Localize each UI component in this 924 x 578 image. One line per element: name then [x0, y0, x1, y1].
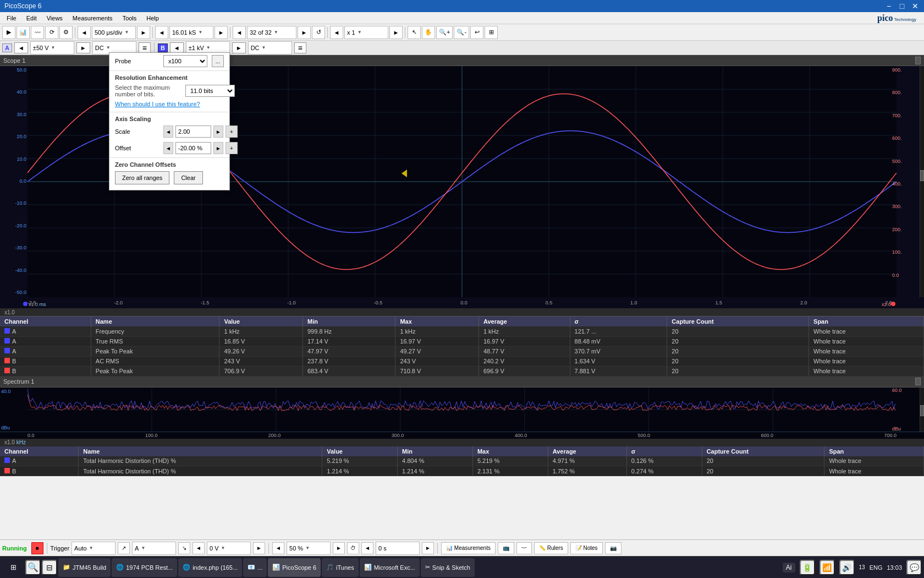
- volume-icon[interactable]: 🔊: [839, 560, 855, 575]
- offset-prev-btn[interactable]: ◄: [163, 142, 173, 154]
- timebase-prev-btn[interactable]: ◄: [78, 26, 91, 39]
- taskbar-excel[interactable]: 📊 Microsoft Exc...: [360, 558, 420, 577]
- task-view-btn[interactable]: ⊟: [42, 560, 57, 575]
- delay-btn[interactable]: ⏱: [347, 542, 359, 554]
- ch-a-options[interactable]: ≡: [139, 42, 151, 53]
- samples-selector[interactable]: 16.01 kS ▼: [169, 26, 213, 39]
- pretrigger-next-btn[interactable]: ►: [333, 542, 345, 554]
- trigger-mode[interactable]: Auto ▼: [72, 542, 116, 555]
- posttrigger[interactable]: 0 s: [376, 542, 420, 555]
- captures-reload-btn[interactable]: ↺: [312, 26, 325, 39]
- ch-b-options[interactable]: ≡: [294, 42, 306, 53]
- close-btn[interactable]: ✕: [911, 2, 920, 10]
- spectrum1-display[interactable]: 40.0 dBu 60.0 dBu: [0, 388, 924, 432]
- window-controls[interactable]: − □ ✕: [884, 2, 920, 10]
- clear-btn[interactable]: Clear: [174, 171, 202, 184]
- probe-select[interactable]: x100 x1 x10: [163, 55, 207, 67]
- menu-help[interactable]: Help: [142, 14, 163, 23]
- scope1-scroll-thumb[interactable]: [920, 170, 924, 181]
- menu-measurements[interactable]: Measurements: [68, 14, 117, 23]
- start-btn[interactable]: ⊞: [2, 558, 24, 577]
- spectrum-scroll-thumb[interactable]: [920, 405, 924, 416]
- trigger-falling-btn[interactable]: ↘: [178, 542, 190, 554]
- zero-all-btn[interactable]: Zero all ranges: [115, 171, 169, 184]
- scope1-scrollbar[interactable]: [920, 66, 924, 297]
- ch-b-coupling[interactable]: DC ▼: [248, 41, 292, 54]
- channel-on-btn[interactable]: 📺: [498, 542, 514, 554]
- zoom-next-btn[interactable]: ►: [389, 26, 403, 39]
- menu-views[interactable]: Views: [42, 14, 67, 23]
- resolution-help-link[interactable]: When should I use this feature?: [109, 100, 229, 111]
- captures-selector[interactable]: 32 of 32 ▼: [247, 26, 296, 39]
- ch-b-range-next[interactable]: ►: [232, 42, 246, 53]
- zoom-out-btn[interactable]: 🔍-: [454, 26, 469, 39]
- spectrum-btn[interactable]: 〰: [31, 26, 44, 39]
- ch-a-range-prev[interactable]: ◄: [14, 42, 28, 53]
- timebase-selector[interactable]: 500 μs/div ▼: [92, 26, 136, 39]
- scope-btn[interactable]: 📊: [16, 26, 30, 39]
- trigger-level[interactable]: 0 V ▼: [207, 542, 251, 555]
- captures-next-btn[interactable]: ►: [298, 26, 311, 39]
- offset-next-btn[interactable]: ►: [213, 142, 223, 154]
- zoom-in-btn[interactable]: 🔍+: [436, 26, 453, 39]
- scale-prev-btn[interactable]: ◄: [163, 126, 173, 138]
- settings-btn[interactable]: ⚙: [59, 26, 73, 39]
- spectrum-scroll-handle[interactable]: [915, 378, 921, 385]
- maximize-btn[interactable]: □: [898, 2, 906, 10]
- posttrigger-next-btn[interactable]: ►: [422, 542, 434, 554]
- stop-btn[interactable]: ■: [31, 542, 43, 554]
- taskbar-index[interactable]: 🌐 index.php (165...: [178, 558, 242, 577]
- samples-next-btn[interactable]: ►: [215, 26, 228, 39]
- menu-tools[interactable]: Tools: [118, 14, 141, 23]
- notes-btn[interactable]: 📝 Notes: [570, 542, 603, 554]
- minimize-btn[interactable]: −: [884, 2, 893, 10]
- run-mode-btn[interactable]: ▶: [2, 26, 15, 39]
- offset-inc-btn[interactable]: +: [226, 142, 238, 154]
- scope1-scroll-handle[interactable]: [915, 57, 921, 64]
- trigger-level-prev-btn[interactable]: ◄: [193, 542, 205, 554]
- taskbar-picoscope[interactable]: 📊 PicoScope 6: [268, 558, 321, 577]
- timebase-next-btn[interactable]: ►: [137, 26, 150, 39]
- scale-next-btn[interactable]: ►: [213, 126, 223, 138]
- ch-a-range-next[interactable]: ►: [76, 42, 90, 53]
- ai-label[interactable]: Ai: [783, 563, 795, 572]
- scale-inc-btn[interactable]: +: [226, 126, 238, 138]
- taskbar-snip[interactable]: ✂ Snip & Sketch: [421, 558, 475, 577]
- wifi-icon[interactable]: 📶: [820, 560, 835, 575]
- spectrum-toggle-btn[interactable]: 〰: [516, 542, 532, 554]
- refresh-btn[interactable]: ⟳: [45, 26, 58, 39]
- taskbar-1974pcb[interactable]: 🌐 1974 PCB Rest...: [112, 558, 177, 577]
- pretrigger-prev-btn[interactable]: ◄: [272, 542, 284, 554]
- search-btn[interactable]: 🔍: [25, 560, 41, 575]
- menu-file[interactable]: File: [2, 14, 21, 23]
- menu-edit[interactable]: Edit: [22, 14, 41, 23]
- undo-zoom-btn[interactable]: ↩: [470, 26, 483, 39]
- spec-x-7: 600.0: [761, 433, 774, 438]
- battery-icon[interactable]: 🔋: [800, 560, 815, 575]
- taskbar-itunes[interactable]: 🎵 iTunes: [322, 558, 359, 577]
- zoom-prev-btn[interactable]: ◄: [330, 26, 343, 39]
- probe-options-btn[interactable]: ...: [212, 55, 224, 67]
- trigger-level-next-btn[interactable]: ►: [253, 542, 265, 554]
- fit-btn[interactable]: ⊞: [485, 26, 498, 39]
- ch-a-range[interactable]: ±50 V ▼: [30, 41, 74, 54]
- captures-prev-btn[interactable]: ◄: [233, 26, 246, 39]
- taskbar-clock[interactable]: 13:03: [887, 564, 902, 571]
- pretrigger[interactable]: 50 % ▼: [287, 542, 331, 555]
- taskbar-email[interactable]: 📧 ...: [243, 558, 267, 577]
- zoom-selector[interactable]: x 1 ▼: [344, 26, 388, 39]
- measurements-toggle-btn[interactable]: 📊 Measurements: [441, 542, 496, 554]
- notification-icon[interactable]: 💬: [906, 560, 922, 575]
- spectrum-scrollbar[interactable]: [920, 388, 924, 432]
- posttrigger-prev-btn[interactable]: ◄: [361, 542, 373, 554]
- resolution-select[interactable]: 11.0 bits 8.0 bits 12.0 bits: [185, 85, 235, 97]
- taskbar-jtm45[interactable]: 📁 JTM45 Build: [58, 558, 111, 577]
- camera-btn[interactable]: 📷: [605, 542, 622, 554]
- ch-b-range-prev[interactable]: ◄: [170, 42, 184, 53]
- samples-prev-btn[interactable]: ◄: [155, 26, 168, 39]
- trigger-rising-btn[interactable]: ↗: [118, 542, 130, 554]
- trigger-channel[interactable]: A ▼: [132, 542, 176, 555]
- cursor-hand-btn[interactable]: ✋: [422, 26, 435, 39]
- cursor-select-btn[interactable]: ↖: [408, 26, 421, 39]
- rulers-btn[interactable]: 📏 Rulers: [534, 542, 568, 554]
